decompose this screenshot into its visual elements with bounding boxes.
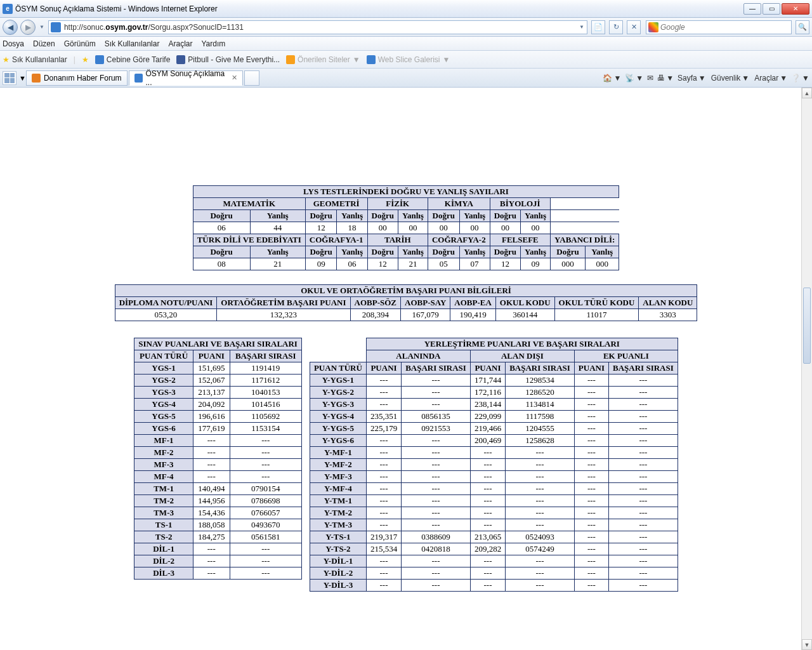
yerlestirme-table: YERLEŞTİRME PUANLARI VE BAŞARI SIRALARIA… xyxy=(310,338,678,592)
menu-görünüm[interactable]: Görünüm xyxy=(64,39,96,48)
minimize-button[interactable]: — xyxy=(743,3,761,15)
compat-view-button[interactable]: 📄 xyxy=(591,20,605,34)
quicktabs-button[interactable] xyxy=(3,71,16,85)
maximize-button[interactable]: ▭ xyxy=(763,3,780,15)
tab-bar: ▼ Donanım Haber ForumÖSYM Sonuç Açıklama… xyxy=(0,69,812,88)
bookmark-item[interactable]: Web Slice Galerisi▼ xyxy=(367,55,450,64)
scroll-down-button[interactable]: ▼ xyxy=(802,639,812,650)
window-title: ÖSYM Sonuç Açıklama Sistemi - Windows In… xyxy=(15,4,743,13)
refresh-button[interactable]: ↻ xyxy=(609,20,623,34)
favorites-button[interactable]: ★Sık Kullanılanlar xyxy=(3,55,67,64)
address-bar[interactable]: http://sonuc.osym.gov.tr/Sorgu.aspx?Sonu… xyxy=(48,20,587,34)
menu-dosya[interactable]: Dosya xyxy=(3,39,24,48)
bookmark-icon xyxy=(286,55,295,64)
bookmark-icon xyxy=(367,55,376,64)
vertical-scrollbar[interactable]: ▲ ▼ xyxy=(801,88,812,650)
scroll-up-button[interactable]: ▲ xyxy=(802,88,812,98)
tab[interactable]: ÖSYM Sonuç Açıklama ...✕ xyxy=(129,70,243,86)
cmd-sayfa[interactable]: Sayfa▼ xyxy=(678,74,706,83)
search-go-button[interactable]: 🔍 xyxy=(796,20,809,34)
ie-icon: e xyxy=(3,4,13,14)
close-button[interactable]: ✕ xyxy=(782,3,809,15)
search-input[interactable] xyxy=(660,23,791,32)
address-dropdown[interactable]: ▼ xyxy=(577,24,587,30)
scroll-track[interactable] xyxy=(802,98,812,639)
menu-araçlar[interactable]: Araçlar xyxy=(168,39,192,48)
lys-table: LYS TESTLERİNDEKİ DOĞRU VE YANLIŞ SAYILA… xyxy=(193,185,620,270)
window-titlebar: e ÖSYM Sonuç Açıklama Sistemi - Windows … xyxy=(0,0,812,18)
mail-button[interactable]: ✉ xyxy=(647,74,653,83)
url-text[interactable]: http://sonuc.osym.gov.tr/Sorgu.aspx?Sonu… xyxy=(63,23,577,32)
cmd-araçlar[interactable]: Araçlar▼ xyxy=(754,74,787,83)
forward-button[interactable]: ▶ xyxy=(20,20,36,35)
bookmark-item[interactable]: Önerilen Siteler▼ xyxy=(286,55,360,64)
tab[interactable]: Donanım Haber Forum xyxy=(26,70,128,86)
star-add-icon: ★ xyxy=(82,55,89,64)
menu-bar: DosyaDüzenGörünümSık KullanılanlarAraçla… xyxy=(0,37,812,51)
menu-yardım[interactable]: Yardım xyxy=(201,39,225,48)
bookmark-item[interactable]: Cebine Göre Tarife xyxy=(95,55,171,64)
cmd-güvenlik[interactable]: Güvenlik▼ xyxy=(711,74,750,83)
tab-favicon-icon xyxy=(134,74,143,83)
home-button[interactable]: 🏠▼ xyxy=(603,74,621,83)
page-viewport: LYS TESTLERİNDEKİ DOĞRU VE YANLIŞ SAYILA… xyxy=(0,88,812,650)
help-button[interactable]: ❔▼ xyxy=(791,74,809,83)
feeds-button[interactable]: 📡▼ xyxy=(625,74,643,83)
nav-history-dropdown[interactable]: ▼ xyxy=(38,24,46,30)
bookmark-item[interactable]: Pitbull - Give Me Everythi... xyxy=(176,55,280,64)
google-icon xyxy=(648,22,658,32)
print-button[interactable]: 🖶▼ xyxy=(657,74,674,83)
obp-table: OKUL VE ORTAÖĞRETİM BAŞARI PUANI BİLGİLE… xyxy=(115,284,698,321)
tab-favicon-icon xyxy=(32,74,41,83)
quicktabs-dropdown[interactable]: ▼ xyxy=(19,74,26,82)
page-content: LYS TESTLERİNDEKİ DOĞRU VE YANLIŞ SAYILA… xyxy=(0,88,812,594)
star-icon: ★ xyxy=(3,55,10,64)
bookmark-icon xyxy=(176,55,185,64)
sinav-table: SINAV PUANLARI VE BAŞARI SIRALARIPUAN TÜ… xyxy=(134,338,302,580)
bookmarks-bar: ★Sık Kullanılanlar | ★ Cebine Göre Tarif… xyxy=(0,51,812,69)
page-favicon-icon xyxy=(51,22,61,32)
menu-düzen[interactable]: Düzen xyxy=(33,39,55,48)
navigation-bar: ◀ ▶ ▼ http://sonuc.osym.gov.tr/Sorgu.asp… xyxy=(0,18,812,37)
scroll-thumb[interactable] xyxy=(803,288,811,364)
search-box[interactable] xyxy=(646,20,792,34)
stop-button[interactable]: ✕ xyxy=(627,20,641,34)
tab-close-icon[interactable]: ✕ xyxy=(232,74,237,82)
new-tab-button[interactable] xyxy=(244,70,259,86)
add-favorite-button[interactable]: ★ xyxy=(82,55,89,64)
command-bar: 🏠▼ 📡▼ ✉ 🖶▼ Sayfa▼Güvenlik▼Araçlar▼ ❔▼ xyxy=(603,74,809,83)
bookmark-icon xyxy=(95,55,104,64)
menu-sık kullanılanlar[interactable]: Sık Kullanılanlar xyxy=(105,39,160,48)
back-button[interactable]: ◀ xyxy=(3,20,18,35)
